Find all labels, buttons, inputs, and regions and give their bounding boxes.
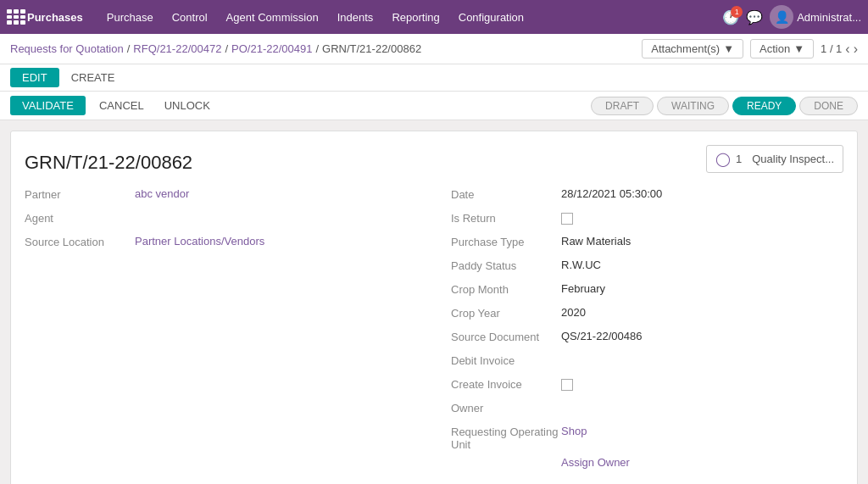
quality-badge[interactable]: ◯ 1 Quality Inspect... (706, 145, 843, 173)
nav-purchase[interactable]: Purchase (98, 0, 162, 34)
is-return-field: Is Return (451, 211, 843, 230)
debit-invoice-label: Debit Invoice (451, 353, 561, 367)
requesting-ou-link[interactable]: Shop (561, 425, 587, 437)
assign-owner-button[interactable]: Assign Owner (561, 456, 630, 469)
requesting-ou-value: Shop (561, 425, 587, 437)
agent-field: Agent (25, 211, 417, 230)
purchase-type-value: Raw Materials (561, 235, 631, 248)
crop-month-label: Crop Month (451, 282, 561, 296)
user-name: Administrat... (797, 11, 861, 24)
source-doc-value: QS/21-22/00486 (561, 330, 642, 342)
action-dropdown-icon: ▼ (793, 42, 804, 55)
attachments-button[interactable]: Attachment(s) ▼ (642, 39, 743, 58)
breadcrumb-po-num[interactable]: PO/21-22/00491 (231, 42, 312, 55)
notification-badge: 1 (731, 6, 743, 18)
partner-value: abc vendor (135, 187, 189, 200)
requesting-ou-label: Requesting Operating Unit (451, 425, 561, 451)
paddy-status-field: Paddy Status R.W.UC (451, 259, 843, 277)
app-logo[interactable]: Purchases (7, 9, 83, 25)
date-field: Date 28/12/2021 05:30:00 (451, 187, 843, 206)
unlock-button[interactable]: UNLOCK (158, 96, 217, 115)
create-invoice-label: Create Invoice (451, 377, 561, 391)
app-title: Purchases (27, 11, 83, 24)
doc-card: ◯ 1 Quality Inspect... GRN/T/21-22/00862… (10, 131, 858, 484)
quality-label: Quality Inspect... (752, 153, 834, 165)
breadcrumb: Requests for Quotation / RFQ/21-22/00472… (10, 42, 642, 55)
topbar-right: 🕐 1 💬 👤 Administrat... (722, 5, 861, 29)
create-invoice-checkbox[interactable] (561, 377, 573, 391)
crop-month-field: Crop Month February (451, 282, 843, 301)
quality-count: 1 (736, 153, 742, 165)
crop-year-label: Crop Year (451, 306, 561, 320)
create-invoice-field: Create Invoice (451, 377, 843, 396)
partner-field: Partner abc vendor (25, 187, 417, 206)
source-location-link[interactable]: Partner Locations/Vendors (135, 235, 264, 248)
nav-indents[interactable]: Indents (329, 0, 382, 34)
breadcrumb-rfq[interactable]: Requests for Quotation (10, 42, 124, 55)
is-return-checkbox[interactable] (561, 211, 573, 225)
nav-configuration[interactable]: Configuration (450, 0, 532, 34)
is-return-label: Is Return (451, 211, 561, 225)
date-label: Date (451, 187, 561, 201)
crop-month-value: February (561, 282, 605, 295)
topbar-nav: Purchase Control Agent Commission Indent… (98, 0, 722, 34)
step-ready[interactable]: READY (732, 97, 796, 115)
statusbar: VALIDATE CANCEL UNLOCK DRAFT WAITING REA… (0, 92, 868, 120)
debit-invoice-field: Debit Invoice (451, 353, 843, 372)
source-location-label: Source Location (25, 235, 135, 248)
source-doc-field: Source Document QS/21-22/00486 (451, 330, 843, 348)
main-area: ◯ 1 Quality Inspect... GRN/T/21-22/00862… (0, 120, 868, 484)
clock-icon[interactable]: 🕐 1 (722, 9, 739, 25)
step-done[interactable]: DONE (799, 97, 858, 115)
action-label: Action (760, 42, 790, 55)
breadcrumb-rfq-num[interactable]: RFQ/21-22/00472 (133, 42, 221, 55)
fields-row: Partner abc vendor Agent Source Location… (25, 187, 843, 480)
grid-icon (7, 9, 22, 25)
breadcrumb-current: GRN/T/21-22/00862 (322, 42, 421, 55)
paddy-status-value: R.W.UC (561, 259, 601, 271)
purchase-type-label: Purchase Type (451, 235, 561, 248)
source-doc-label: Source Document (451, 330, 561, 343)
pager: 1 / 1 ‹ › (821, 42, 858, 57)
status-steps: DRAFT WAITING READY DONE (591, 97, 858, 115)
partner-link[interactable]: abc vendor (135, 187, 189, 200)
step-draft[interactable]: DRAFT (591, 97, 654, 115)
create-button[interactable]: CREATE (64, 68, 122, 87)
nav-agent-commission[interactable]: Agent Commission (218, 0, 327, 34)
crop-year-value: 2020 (561, 306, 586, 319)
chat-icon[interactable]: 💬 (746, 9, 763, 25)
pager-next[interactable]: › (854, 42, 858, 57)
breadcrumb-bar: Requests for Quotation / RFQ/21-22/00472… (0, 34, 868, 64)
pager-prev[interactable]: ‹ (845, 42, 849, 57)
topbar: Purchases Purchase Control Agent Commiss… (0, 0, 868, 34)
crop-year-field: Crop Year 2020 (451, 306, 843, 325)
source-location-value: Partner Locations/Vendors (135, 235, 264, 248)
dropdown-icon: ▼ (723, 42, 734, 55)
cancel-button[interactable]: CANCEL (92, 96, 151, 115)
owner-field: Owner (451, 401, 843, 420)
agent-label: Agent (25, 211, 135, 225)
fields-left: Partner abc vendor Agent Source Location… (25, 187, 417, 480)
user-avatar: 👤 (770, 5, 793, 29)
requesting-ou-field: Requesting Operating Unit Shop (451, 425, 843, 451)
assign-owner-field: Assign Owner (451, 456, 843, 475)
attachments-label: Attachment(s) (651, 42, 720, 55)
fields-right: Date 28/12/2021 05:30:00 Is Return Purch… (451, 187, 843, 480)
paddy-status-label: Paddy Status (451, 259, 561, 272)
breadcrumb-actions: Attachment(s) ▼ Action ▼ 1 / 1 ‹ › (642, 39, 858, 58)
purchase-type-field: Purchase Type Raw Materials (451, 235, 843, 253)
nav-reporting[interactable]: Reporting (383, 0, 448, 34)
partner-label: Partner (25, 187, 135, 201)
date-value: 28/12/2021 05:30:00 (561, 187, 662, 200)
quality-check-icon: ◯ (715, 151, 731, 167)
validate-button[interactable]: VALIDATE (10, 96, 86, 115)
owner-label: Owner (451, 401, 561, 414)
assign-owner-label-empty (451, 456, 561, 457)
source-location-field: Source Location Partner Locations/Vendor… (25, 235, 417, 253)
nav-control[interactable]: Control (164, 0, 216, 34)
user-menu[interactable]: 👤 Administrat... (770, 5, 861, 29)
pager-text: 1 / 1 (821, 42, 842, 55)
edit-button[interactable]: EDIT (10, 68, 59, 87)
step-waiting[interactable]: WAITING (657, 97, 729, 115)
action-button[interactable]: Action ▼ (750, 39, 814, 58)
